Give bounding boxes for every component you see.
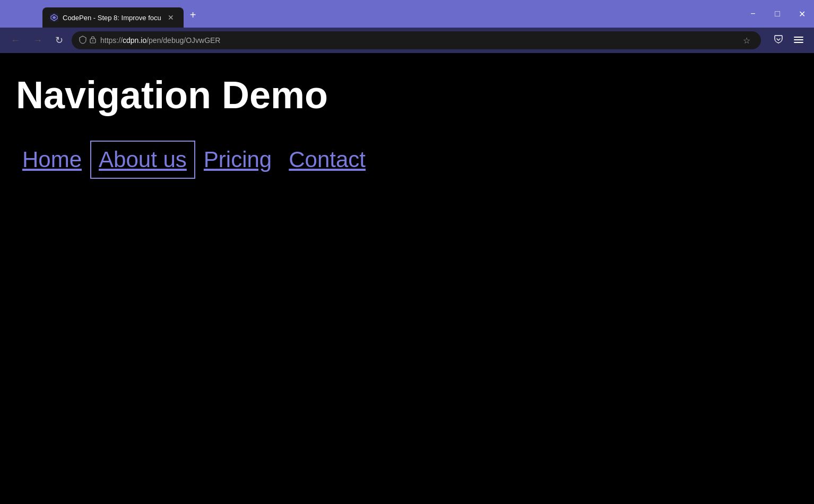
page-content: Navigation Demo Home About us Pricing Co…	[0, 53, 814, 504]
lock-icon	[90, 36, 96, 45]
navigation: Home About us Pricing Contact	[16, 143, 798, 177]
shield-icon	[79, 36, 86, 46]
tab-bar-row: CodePen - Step 8: Improve focu ✕ + − □ ✕	[0, 0, 814, 28]
back-button[interactable]: ←	[6, 33, 24, 48]
url-bar[interactable]: https://cdpn.io/pen/debug/OJvwGER ☆	[72, 31, 761, 49]
url-text: https://cdpn.io/pen/debug/OJvwGER	[100, 36, 735, 45]
minimize-button[interactable]: −	[741, 0, 765, 28]
close-button[interactable]: ✕	[790, 0, 814, 28]
address-bar: ← → ↻ https://cdpn.io/pen	[0, 28, 814, 53]
nav-link-home[interactable]: Home	[16, 143, 88, 177]
menu-icon[interactable]	[790, 33, 808, 48]
url-domain: cdpn.io	[123, 36, 146, 45]
pocket-icon[interactable]	[769, 32, 787, 49]
url-security-icons	[79, 36, 96, 46]
active-tab[interactable]: CodePen - Step 8: Improve focu ✕	[42, 7, 184, 28]
maximize-button[interactable]: □	[765, 0, 790, 28]
tab-close-button[interactable]: ✕	[166, 12, 176, 23]
window-controls: − □ ✕	[741, 0, 814, 28]
url-prefix: https://	[100, 36, 123, 45]
browser-chrome: CodePen - Step 8: Improve focu ✕ + − □ ✕…	[0, 0, 814, 53]
nav-link-contact[interactable]: Contact	[282, 143, 372, 177]
tab-title: CodePen - Step 8: Improve focu	[63, 14, 161, 22]
svg-point-2	[92, 40, 93, 41]
nav-link-about[interactable]: About us	[92, 143, 193, 177]
tab-bar: CodePen - Step 8: Improve focu ✕ +	[0, 0, 202, 28]
url-path: /pen/debug/OJvwGER	[146, 36, 220, 45]
new-tab-button[interactable]: +	[184, 7, 203, 23]
forward-button[interactable]: →	[29, 33, 47, 48]
bookmark-star-icon[interactable]: ☆	[740, 34, 754, 47]
tab-favicon	[50, 13, 58, 22]
toolbar-right-icons	[769, 32, 808, 49]
refresh-button[interactable]: ↻	[51, 32, 67, 48]
nav-link-pricing[interactable]: Pricing	[197, 143, 278, 177]
page-title: Navigation Demo	[16, 74, 798, 116]
